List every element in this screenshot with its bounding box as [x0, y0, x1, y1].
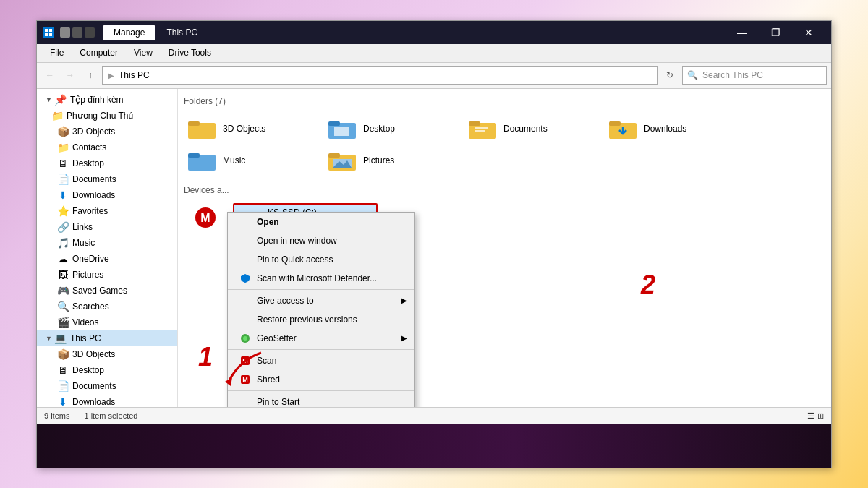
minimize-button[interactable]: —: [726, 21, 759, 44]
folder-documents-icon: [469, 117, 498, 140]
music-icon: 🎵: [57, 237, 69, 249]
device-antivirus[interactable]: M: [184, 203, 227, 236]
sidebar-item-contacts[interactable]: 📁 Contacts: [37, 140, 177, 155]
sidebar-item-music[interactable]: 🎵 Music: [37, 235, 177, 251]
expand-icon: ▼: [46, 96, 52, 103]
sidebar-item-downloads-2[interactable]: ⬇ Downloads: [37, 394, 177, 407]
videos-icon: 🎬: [57, 317, 69, 328]
search-placeholder: Search This PC: [702, 70, 763, 80]
sidebar-item-3dobjects-1[interactable]: 📦 3D Objects: [37, 124, 177, 140]
sidebar-item-links[interactable]: 🔗 Links: [37, 219, 177, 235]
svg-rect-0: [45, 29, 48, 32]
quick-access-icons: [60, 27, 95, 38]
sidebar-item-desktop-1[interactable]: 🖥 Desktop: [37, 155, 177, 171]
sidebar-item-pictures[interactable]: 🖼 Pictures: [37, 267, 177, 283]
folder-3dobjects[interactable]: 3D Objects: [184, 114, 321, 143]
sidebar-label-searches: Searches: [72, 301, 109, 312]
address-path: This PC: [119, 70, 150, 80]
sidebar-item-searches[interactable]: 🔍 Searches: [37, 299, 177, 314]
context-menu: Open Open in new window Pin to Quick acc…: [227, 212, 415, 407]
sidebar-label-desktop1: Desktop: [72, 158, 104, 168]
sidebar-item-documents-1[interactable]: 📄 Documents: [37, 171, 177, 187]
ctx-pin-icon: [239, 254, 251, 265]
ctx-restore-icon: [239, 314, 251, 325]
sidebar-item-desktop-2[interactable]: 🖥 Desktop: [37, 362, 177, 378]
manage-tab[interactable]: Manage: [103, 25, 155, 40]
sidebar-item-thispc[interactable]: ▼ 💻 This PC: [37, 330, 177, 346]
close-button[interactable]: ✕: [792, 21, 825, 44]
view-grid-icon[interactable]: ⊞: [817, 411, 824, 421]
folder-music-icon: [188, 149, 217, 172]
sidebar-label-dl1: Downloads: [72, 190, 115, 200]
sidebar-label-quick-access: Tệp đính kèm: [70, 95, 124, 105]
refresh-button[interactable]: ↻: [660, 66, 679, 85]
sidebar-label-docs1: Documents: [72, 174, 116, 184]
sidebar-item-savedgames[interactable]: 🎮 Saved Games: [37, 283, 177, 299]
up-button[interactable]: ↑: [82, 67, 99, 84]
ctx-shred[interactable]: M Shred: [228, 370, 414, 389]
ctx-geosetter[interactable]: GeoSetter ▶: [228, 329, 414, 348]
sidebar-label-videos: Videos: [72, 317, 98, 328]
svg-rect-7: [328, 121, 340, 126]
ctx-access-icon: [239, 295, 251, 307]
folder-desktop[interactable]: Desktop: [324, 114, 461, 143]
sidebar-item-onedrive[interactable]: ☁ OneDrive: [37, 251, 177, 267]
svg-text:M: M: [242, 376, 248, 383]
menu-view[interactable]: View: [127, 46, 160, 60]
svg-rect-11: [475, 127, 488, 129]
documents-icon: 📄: [57, 174, 69, 185]
maximize-button[interactable]: ❐: [759, 21, 792, 44]
folder-downloads[interactable]: Downloads: [605, 114, 742, 143]
thispc-expand-icon: ▼: [46, 335, 52, 342]
ctx-open[interactable]: Open: [228, 213, 414, 231]
sidebar-label-pics: Pictures: [72, 270, 103, 280]
sidebar-item-downloads-1[interactable]: ⬇ Downloads: [37, 187, 177, 203]
search-box[interactable]: 🔍 Search This PC: [682, 66, 827, 85]
savedgames-icon: 🎮: [57, 285, 69, 296]
ctx-sep-1: [228, 289, 414, 290]
sidebar-label-phuong: Phương Chu Thú: [67, 111, 133, 121]
forward-button[interactable]: →: [61, 67, 79, 84]
svg-text:M: M: [242, 357, 248, 364]
3dobject-icon: 📦: [57, 126, 69, 137]
statusbar: 9 items 1 item selected ☰ ⊞: [37, 407, 831, 424]
ctx-geo-label: GeoSetter: [257, 333, 297, 343]
ctx-open-new-window[interactable]: Open in new window: [228, 231, 414, 250]
address-box[interactable]: ▶ This PC: [102, 66, 658, 85]
folder-pictures[interactable]: Pictures: [324, 146, 461, 175]
menu-computer[interactable]: Computer: [72, 46, 125, 60]
back-button[interactable]: ←: [41, 67, 59, 84]
sidebar-item-videos[interactable]: 🎬 Videos: [37, 314, 177, 330]
ctx-scan[interactable]: M Scan: [228, 351, 414, 370]
sidebar-item-documents-2[interactable]: 📄 Documents: [37, 378, 177, 394]
titlebar-left: Manage This PC: [43, 25, 726, 40]
contacts-icon: 📁: [57, 142, 69, 153]
svg-rect-12: [475, 130, 485, 132]
ctx-pin-start[interactable]: Pin to Start: [228, 393, 414, 407]
view-list-icon[interactable]: ☰: [807, 411, 814, 421]
svg-rect-8: [334, 127, 349, 136]
ctx-give-access[interactable]: Give access to ▶: [228, 291, 414, 310]
folder-music[interactable]: Music: [184, 146, 321, 175]
folder-documents[interactable]: Documents: [464, 114, 602, 143]
ctx-restore-versions[interactable]: Restore previous versions: [228, 310, 414, 329]
quick-icon-2: [72, 27, 82, 38]
folder-3dobjects-icon: [188, 117, 217, 140]
favorites-icon: ⭐: [57, 205, 69, 217]
ctx-new-window-label: Open in new window: [257, 236, 337, 246]
thispc-icon: 💻: [55, 333, 67, 344]
ctx-open-icon: [239, 216, 251, 228]
sidebar-item-quick-access[interactable]: ▼ 📌 Tệp đính kèm: [37, 92, 177, 108]
svg-rect-14: [609, 121, 621, 126]
menu-drive-tools[interactable]: Drive Tools: [161, 46, 218, 60]
ctx-pin-quick-access[interactable]: Pin to Quick access: [228, 250, 414, 269]
search-icon: 🔍: [687, 70, 698, 80]
ctx-restore-label: Restore previous versions: [257, 314, 357, 325]
sidebar-item-3dobjects-2[interactable]: 📦 3D Objects: [37, 346, 177, 362]
sidebar-item-favorites[interactable]: ⭐ Favorites: [37, 203, 177, 219]
ctx-scan-defender[interactable]: Scan with Microsoft Defender...: [228, 269, 414, 288]
sidebar-item-phuong[interactable]: 📁 Phương Chu Thú: [37, 108, 177, 124]
sidebar-label-desktop2: Desktop: [72, 365, 104, 375]
folder-3dobjects-label: 3D Objects: [223, 124, 265, 134]
menu-file[interactable]: File: [43, 46, 71, 60]
